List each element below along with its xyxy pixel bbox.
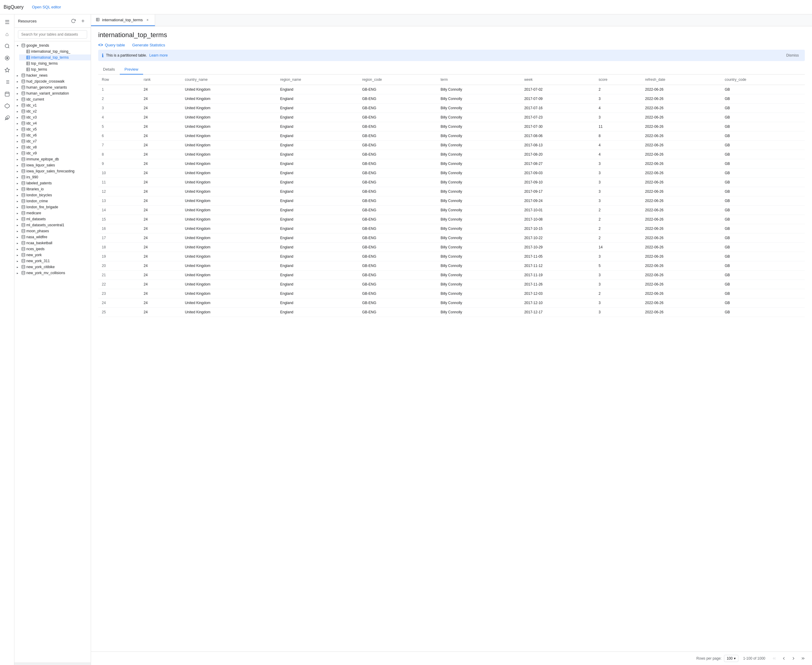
content-area: international_top_terms × international_… — [91, 15, 812, 665]
sidebar-item-iowa_liquor_sales_forecasting[interactable]: ▸ iowa_liquor_sales_forecasting — [15, 168, 91, 174]
sidebar-item-idc_v7[interactable]: ▸ idc_v7 — [15, 138, 91, 144]
sidebar-item-hud_zipcode_crosswalk[interactable]: ▸ hud_zipcode_crosswalk — [15, 79, 91, 84]
sidebar-item-idc_v8[interactable]: ▸ idc_v8 — [15, 144, 91, 150]
sidebar-item-new_york_citibike[interactable]: ▸ new_york_citibike — [15, 264, 91, 270]
table-cell: 24 — [140, 169, 181, 178]
sidebar-item-top_rising_terms[interactable]: top_rising_terms — [19, 61, 91, 66]
table-cell: GB-ENG — [358, 289, 437, 298]
table-cell: United Kingdom — [181, 243, 276, 252]
svg-point-41 — [22, 98, 25, 99]
rows-per-page-select[interactable]: 100 ▾ — [724, 655, 738, 662]
next-page-button[interactable] — [789, 654, 797, 663]
svg-point-45 — [22, 121, 25, 123]
add-resource-button[interactable] — [79, 17, 87, 25]
table-cell: England — [277, 159, 359, 169]
svg-point-46 — [22, 128, 25, 129]
sidebar-item-human_genome_variants[interactable]: ▸ human_genome_variants — [15, 84, 91, 90]
list-icon[interactable] — [2, 77, 13, 87]
table-cell: Billy Connolly — [437, 150, 520, 159]
home-icon[interactable]: ⌂ — [2, 29, 13, 39]
sidebar-item-libraries_io[interactable]: ▸ libraries_io — [15, 186, 91, 192]
table-cell: Billy Connolly — [437, 159, 520, 169]
sidebar-item-london_fire_brigade[interactable]: ▸ london_fire_brigade — [15, 204, 91, 210]
query-table-button[interactable]: <> Query table — [98, 43, 125, 47]
generate-statistics-button[interactable]: Generate Statistics — [132, 43, 165, 47]
search-icon[interactable] — [2, 41, 13, 51]
calendar-icon[interactable] — [2, 88, 13, 99]
open-sql-editor-button[interactable]: Open SQL editor — [28, 3, 65, 11]
sidebar-item-idc_v4[interactable]: ▸ idc_v4 — [15, 120, 91, 126]
learn-more-link[interactable]: Learn more — [149, 53, 168, 57]
svg-point-37 — [22, 74, 25, 75]
sidebar-item-nasa_wildfire[interactable]: ▸ nasa_wildfire — [15, 234, 91, 240]
sidebar-item-irs_990[interactable]: ▸ irs_990 — [15, 174, 91, 180]
table-cell: 2 — [595, 289, 641, 298]
sidebar-item-london_bicycles[interactable]: ▸ london_bicycles — [15, 192, 91, 198]
table-cell: GB-ENG — [358, 252, 437, 261]
sidebar-item-medicare[interactable]: ▸ medicare — [15, 210, 91, 216]
table-cell: GB-ENG — [358, 261, 437, 270]
table-row: 1724United KingdomEnglandGB-ENGBilly Con… — [98, 233, 805, 243]
main-tab[interactable]: international_top_terms × — [91, 15, 155, 26]
sidebar-search-input[interactable] — [18, 30, 87, 39]
sidebar-item-new_york_311[interactable]: ▸ new_york_311 — [15, 258, 91, 264]
dismiss-button[interactable]: Dismiss — [784, 52, 801, 59]
table-cell: GB — [721, 178, 805, 187]
sidebar-item-london_crime[interactable]: ▸ london_crime — [15, 198, 91, 204]
sidebar-item-labeled_patents[interactable]: ▸ labeled_patents — [15, 180, 91, 186]
sidebar-item-international_top_terms[interactable]: international_top_terms — [19, 54, 91, 61]
sidebar-item-new_york[interactable]: ▸ new_york — [15, 252, 91, 258]
table-row: 924United KingdomEnglandGB-ENGBilly Conn… — [98, 159, 805, 169]
table-cell: 13 — [98, 197, 140, 206]
tab-details[interactable]: Details — [98, 65, 120, 75]
refresh-button[interactable] — [69, 17, 77, 25]
sidebar-item-ml_datasets_uscentral1[interactable]: ▸ ml_datasets_uscentral1 — [15, 222, 91, 228]
sidebar-item-idc_v1[interactable]: ▸ idc_v1 — [15, 102, 91, 108]
tab-preview[interactable]: Preview — [120, 65, 143, 75]
prev-page-button[interactable] — [780, 654, 788, 663]
sidebar-item-new_york_mv_collisions[interactable]: ▸ new_york_mv_collisions — [15, 270, 91, 276]
table-cell: 2017-12-03 — [521, 289, 595, 298]
graph-icon[interactable] — [2, 101, 13, 111]
table-row: 2224United KingdomEnglandGB-ENGBilly Con… — [98, 280, 805, 289]
sidebar-item-ncaa_basketball[interactable]: ▸ ncaa_basketball — [15, 240, 91, 246]
plugin-icon[interactable] — [2, 113, 13, 123]
sidebar-item-ml_datasets[interactable]: ▸ ml_datasets — [15, 216, 91, 222]
sidebar-item-idc_v5[interactable]: ▸ idc_v5 — [15, 126, 91, 132]
tab-close-button[interactable]: × — [145, 18, 150, 23]
sidebar-item-top_terms[interactable]: top_terms — [19, 66, 91, 72]
toggle-icon: ▸ — [15, 134, 20, 137]
sidebar-item-iowa_liquor_sales[interactable]: ▸ iowa_liquor_sales — [15, 162, 91, 168]
tag-icon[interactable] — [2, 65, 13, 75]
table-cell: 3 — [595, 197, 641, 206]
menu-icon[interactable]: ☰ — [2, 17, 13, 28]
table-row: 1124United KingdomEnglandGB-ENGBilly Con… — [98, 178, 805, 187]
sidebar-item-hacker_news[interactable]: ▸ hacker_news — [15, 72, 91, 79]
first-page-button[interactable] — [770, 654, 778, 663]
table-cell: 3 — [595, 308, 641, 317]
table-cell: GB-ENG — [358, 233, 437, 243]
table-cell: 24 — [140, 159, 181, 169]
last-page-button[interactable] — [799, 654, 807, 663]
sidebar-item-idc_v6[interactable]: ▸ idc_v6 — [15, 132, 91, 138]
sidebar-item-moon_phases[interactable]: ▸ moon_phases — [15, 228, 91, 234]
sidebar-item-nces_ipeds[interactable]: ▸ nces_ipeds — [15, 246, 91, 252]
sidebar-item-international_top_rising_[interactable]: international_top_rising_ — [19, 49, 91, 54]
sidebar-item-idc_current[interactable]: ▸ idc_current — [15, 97, 91, 102]
table-cell: GB — [721, 94, 805, 103]
circle-icon[interactable] — [2, 53, 13, 64]
sidebar-item-immune_epitope_db[interactable]: ▸ immune_epitope_db — [15, 156, 91, 162]
sidebar-item-idc_v9[interactable]: ▸ idc_v9 — [15, 150, 91, 156]
toggle-icon: ▸ — [15, 86, 20, 89]
toggle-icon: ▸ — [15, 176, 20, 179]
sidebar-item-idc_v3[interactable]: ▸ idc_v3 — [15, 114, 91, 120]
sidebar-scrollbar[interactable] — [15, 663, 91, 665]
sidebar-item-idc_v2[interactable]: ▸ idc_v2 — [15, 108, 91, 114]
sidebar-title: Resources — [18, 19, 36, 23]
sidebar-item-google_trends[interactable]: ▾ google_trends — [15, 43, 91, 49]
sidebar-item-human_variant_annotation[interactable]: ▸ human_variant_annotation — [15, 90, 91, 97]
table-cell: 2017-08-27 — [521, 159, 595, 169]
table-label: top_terms — [31, 67, 47, 72]
table-cell: England — [277, 308, 359, 317]
table-cell: 2017-09-10 — [521, 178, 595, 187]
